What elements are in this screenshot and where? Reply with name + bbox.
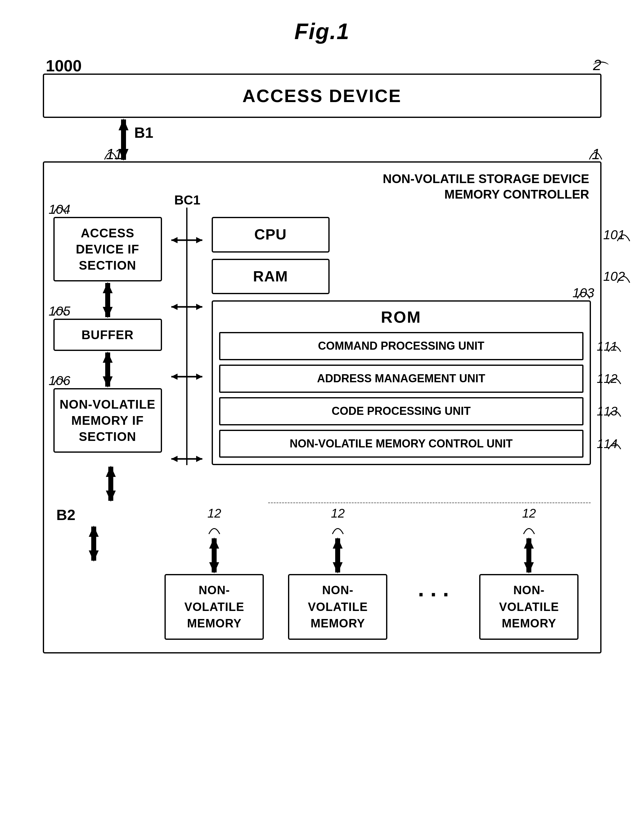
svg-marker-16	[171, 374, 178, 380]
ram-area: RAM 102	[212, 259, 591, 294]
svg-marker-14	[196, 304, 202, 310]
svg-marker-7	[103, 352, 113, 363]
bracket-12-1-svg	[207, 521, 221, 535]
nvm-box-1: NON-VOLATILE MEMORY	[165, 574, 264, 640]
cpu-box: CPU	[212, 217, 330, 252]
left-column: 104 ACCESS DEVICE IF SECTION	[53, 208, 168, 465]
h-arrow-buffer-svg	[170, 371, 204, 383]
nvs-label: NON-VOLATILE STORAGE DEVICE	[53, 172, 591, 186]
arrow-access-buffer-svg	[98, 282, 117, 318]
bracket-12-2-svg	[331, 521, 345, 535]
label-12-3: 12	[522, 506, 536, 520]
arrow-nvm3-svg	[520, 537, 538, 574]
svg-marker-8	[103, 376, 113, 388]
buffer-area: 105 BUFFER	[53, 318, 162, 351]
access-device-section: 2 ⌒ ACCESS DEVICE	[43, 57, 601, 118]
nvm-if-area: 106 NON-VOLATILE MEMORY IF SECTION	[53, 388, 162, 453]
main-inner-layout: 104 ACCESS DEVICE IF SECTION	[53, 208, 591, 465]
diagram-wrapper: Fig.1 1000 2 ⌒ ACCESS DEVICE B1	[43, 19, 601, 653]
cpu-area: CPU 101	[212, 217, 591, 252]
dashed-separator	[268, 502, 591, 503]
bracket-104-svg	[52, 200, 67, 215]
h-arrow-nvm-svg	[170, 453, 204, 465]
svg-marker-1	[119, 119, 128, 130]
svg-marker-26	[89, 550, 99, 562]
bracket-102-svg	[616, 269, 631, 284]
h-arrow-ram	[170, 301, 204, 313]
svg-marker-4	[103, 282, 113, 293]
label-12-1: 12	[207, 506, 221, 520]
svg-marker-32	[333, 562, 343, 573]
svg-marker-11	[196, 237, 202, 243]
cpu-unit-area: COMMAND PROCESSING UNIT 111	[219, 332, 584, 360]
ram-box: RAM	[212, 259, 330, 294]
svg-marker-35	[524, 562, 534, 573]
cpu-unit2-area: CODE PROCESSING UNIT 113	[219, 397, 584, 425]
access-device-box: ACCESS DEVICE	[43, 73, 601, 118]
svg-marker-23	[106, 491, 116, 502]
bracket-105-svg	[52, 302, 67, 317]
bracket-106-svg	[52, 371, 67, 386]
h-arrow-buffer	[170, 371, 204, 383]
nvm-if-box: NON-VOLATILE MEMORY IF SECTION	[53, 388, 162, 453]
svg-marker-5	[103, 307, 113, 318]
nvmcu-area: NON-VOLATILE MEMORY CONTROL UNIT 114	[219, 430, 584, 458]
nvm-box-3: NON-VOLATILE MEMORY	[479, 574, 579, 640]
svg-marker-19	[171, 456, 178, 462]
buffer-box: BUFFER	[53, 318, 162, 351]
h-arrow-nvm	[170, 453, 204, 465]
arrow-b2-svg	[84, 525, 103, 562]
nvm-item-3: 12 NON-VOLATILE MEMORY	[479, 506, 579, 640]
page: Fig.1 1000 2 ⌒ ACCESS DEVICE B1	[0, 0, 644, 830]
nvm-box-2: NON-VOLATILE MEMORY	[288, 574, 387, 640]
svg-marker-10	[171, 237, 178, 243]
bracket-114-svg	[607, 437, 622, 450]
system-id-label: 1000	[46, 57, 82, 75]
b2-area: B2	[53, 506, 153, 562]
h-arrow-access	[170, 234, 204, 246]
svg-marker-31	[333, 537, 343, 548]
bottom-nvm-row: B2 12	[53, 506, 591, 640]
nvm-control-unit-box: NON-VOLATILE MEMORY CONTROL UNIT	[219, 430, 584, 458]
nvm-boxes-row: 12 NON-VOLATILE MEMORY	[153, 506, 591, 640]
access-if-area: 104 ACCESS DEVICE IF SECTION	[53, 217, 162, 282]
svg-marker-17	[196, 374, 202, 380]
svg-marker-25	[89, 526, 99, 537]
h-arrow-ram-svg	[170, 301, 204, 313]
system-container: 1000 2 ⌒ ACCESS DEVICE B1	[43, 57, 601, 653]
rom-box: ROM 103 COMMAND PR	[212, 300, 591, 465]
dots-separator: . . .	[412, 576, 455, 601]
code-processing-unit-box: CODE PROCESSING UNIT	[219, 397, 584, 425]
bus-b1-label: B1	[134, 124, 153, 141]
bus-b2-label: B2	[57, 506, 75, 523]
svg-marker-20	[196, 456, 202, 462]
label-12-2: 12	[331, 506, 345, 520]
rom-units: COMMAND PROCESSING UNIT 111	[219, 332, 584, 458]
svg-marker-22	[106, 466, 116, 477]
bracket-113-svg	[607, 404, 622, 418]
bracket-111-svg	[607, 339, 622, 353]
arrow-b1-area: B1	[43, 118, 601, 162]
bracket-11-svg	[102, 144, 120, 161]
middle-connector: BC1	[168, 208, 205, 465]
right-column: CPU 101 RAM 102	[205, 208, 591, 465]
arrow-nvm-down-svg	[102, 465, 120, 502]
svg-marker-13	[171, 304, 178, 310]
nvm-item-2: 12 NON-VOLATILE MEMORY	[288, 506, 387, 640]
bracket-101-svg	[616, 227, 631, 242]
address-management-unit-box: ADDRESS MANAGEMENT UNIT	[219, 364, 584, 393]
bracket-112-svg	[607, 372, 622, 386]
nvm-item-1: 12 NON-VOLATILE MEMORY	[165, 506, 264, 640]
amu-area: ADDRESS MANAGEMENT UNIT 112	[219, 364, 584, 393]
bc1-label: BC1	[174, 193, 200, 208]
nvs-device-box: 1 11 NON-VOLATILE STORAGE DEVICE MEMORY …	[43, 162, 601, 653]
access-if-box: ACCESS DEVICE IF SECTION	[53, 217, 162, 282]
bracket-12-3-svg	[522, 521, 536, 535]
bracket-103-svg	[576, 285, 591, 300]
h-arrow-access-svg	[170, 234, 204, 246]
svg-marker-34	[524, 537, 534, 548]
svg-marker-28	[209, 537, 219, 548]
arrow-nvm1-svg	[205, 537, 224, 574]
figure-title: Fig.1	[43, 19, 601, 44]
arrow-nvm-down-area	[53, 465, 591, 502]
